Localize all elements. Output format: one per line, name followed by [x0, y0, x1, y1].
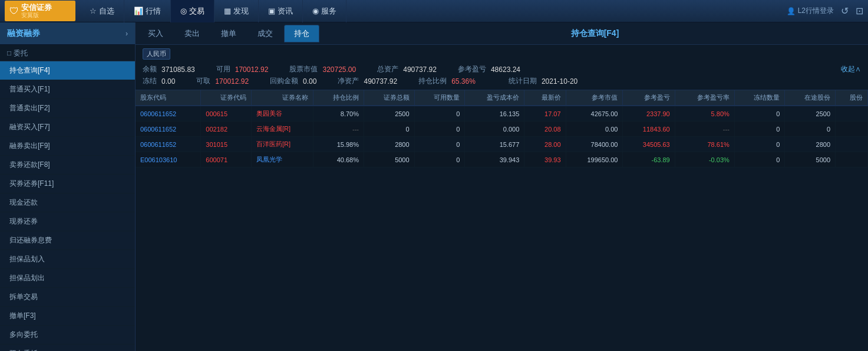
hangqing-icon: 📊	[134, 6, 143, 15]
table-cell: 百洋医药[R]	[251, 137, 313, 152]
table-cell: 15.677	[465, 137, 524, 152]
table-cell: 0	[414, 152, 465, 168]
table-cell: 5000	[785, 152, 836, 168]
tab-buy[interactable]: 买入	[138, 25, 173, 42]
value-yue: 371085.83	[161, 65, 195, 74]
info-section: 人民币 余额 371085.83 可用 170012.92 股票市值 32072…	[136, 45, 868, 90]
top-bar: 买入 卖出 撤单 成交 持仓 持仓查询[F4]	[136, 22, 868, 45]
sidebar-item-xianjyuan[interactable]: 现券还券	[0, 212, 135, 231]
table-cell: 2337.90	[623, 106, 675, 122]
sidebar-collapse-icon[interactable]: ›	[126, 29, 128, 38]
table-cell: 0	[734, 106, 785, 122]
table-cell: 002182	[201, 122, 252, 137]
th-avail-qty: 可用数量	[414, 90, 465, 106]
table-row[interactable]: 0600611652000615奥园美谷8.70%2500016.13517.0…	[136, 106, 868, 122]
table-cell: E006103610	[136, 152, 201, 168]
label-zongzichan: 总资产	[377, 64, 398, 74]
jiaoy-icon: ◎	[180, 6, 187, 15]
logo-area: 🛡 安信证券 安翼版	[5, 1, 75, 22]
sidebar-item-maiquanhuan[interactable]: 卖券还款[F8]	[0, 156, 135, 175]
sidebar-item-shuangxiang[interactable]: 双向委托	[0, 345, 135, 351]
sidebar-item-chichaxun[interactable]: 持仓查询[F4]	[0, 61, 135, 80]
info-row-1: 余额 371085.83 可用 170012.92 股票市值 320725.00…	[143, 64, 861, 74]
back-button[interactable]: ↺	[841, 5, 849, 17]
tab-position[interactable]: 持仓	[284, 25, 319, 42]
section-checkbox-icon: □	[7, 49, 14, 57]
table-cell: 000615	[201, 106, 252, 122]
sidebar-item-danbao2[interactable]: 担保品划出	[0, 269, 135, 288]
sidebar-section-weitu: □ 委托	[0, 45, 135, 61]
table-cell: 301015	[201, 137, 252, 152]
nav-item-faxian[interactable]: ▦ 发现	[214, 0, 259, 22]
nav-item-fuwu[interactable]: ◉ 服务	[303, 0, 346, 22]
table-cell: 0	[414, 106, 465, 122]
table-cell	[836, 106, 868, 122]
panel-title: 持仓查询[F4]	[571, 28, 619, 39]
table-cell: 0	[414, 137, 465, 152]
nav-item-zixun[interactable]: ▣ 资讯	[259, 0, 303, 22]
table-row[interactable]: E006103610600071凤凰光学40.68%5000039.94339.…	[136, 152, 868, 168]
th-sec-code: 证券代码	[201, 90, 252, 106]
sidebar-item-duoxiang[interactable]: 多向委托	[0, 326, 135, 345]
table-cell	[836, 122, 868, 137]
table-container: 股东代码 证券代码 证券名称 持仓比例 证券总额 可用数量 盈亏成本价 最新价 …	[136, 90, 868, 351]
sidebar: 融资融券 › □ 委托 持仓查询[F4] 普通买入[F1] 普通卖出[F2] 融…	[0, 22, 136, 351]
sidebar-item-chexiao[interactable]: 撤单[F3]	[0, 307, 135, 326]
table-cell: 5.80%	[675, 106, 734, 122]
table-cell: 2500	[785, 106, 836, 122]
tab-cancel[interactable]: 撤单	[211, 25, 246, 42]
value-jingzichan: 490737.92	[364, 77, 397, 86]
window-controls[interactable]: ⊡	[856, 5, 863, 17]
main-layout: 融资融券 › □ 委托 持仓查询[F4] 普通买入[F1] 普通卖出[F2] 融…	[0, 22, 868, 351]
sidebar-item-putongmai2[interactable]: 普通卖出[F2]	[0, 99, 135, 118]
table-cell: 2500	[364, 106, 414, 122]
zixun-icon: ▣	[268, 6, 275, 15]
table-cell: 0600611652	[136, 137, 201, 152]
label-jingzichan: 净资产	[338, 76, 359, 86]
table-cell: 11843.60	[623, 122, 675, 137]
table-cell: 5000	[364, 152, 414, 168]
th-latest-price: 最新价	[524, 90, 566, 106]
tab-sell[interactable]: 卖出	[174, 25, 210, 42]
table-cell: 15.98%	[313, 137, 364, 152]
th-total-sec: 证券总额	[364, 90, 414, 106]
user-icon: 👤	[787, 7, 796, 15]
th-stock-code: 股东代码	[136, 90, 201, 106]
sidebar-header: 融资融券 ›	[0, 22, 135, 45]
table-row[interactable]: 0600611652002182云海金属[R]---000.00020.080.…	[136, 122, 868, 137]
table-cell	[836, 137, 868, 152]
top-navigation: 🛡 安信证券 安翼版 ☆ 自选 📊 行情 ◎ 交易 ▦ 发现 ▣ 资讯 ◉ 服务	[0, 0, 868, 22]
sidebar-item-maiquanhuan2[interactable]: 买券还券[F11]	[0, 175, 135, 193]
sidebar-item-chaidan[interactable]: 拆单交易	[0, 288, 135, 307]
table-cell: 2800	[364, 137, 414, 152]
value-kequ: 170012.92	[215, 77, 249, 86]
table-row[interactable]: 0600611652301015百洋医药[R]15.98%2800015.677…	[136, 137, 868, 152]
th-ref-mktval: 参考市值	[566, 90, 623, 106]
sidebar-item-ronzisell[interactable]: 融券卖出[F9]	[0, 137, 135, 156]
label-yue: 余额	[143, 64, 157, 74]
jiaoy-label: 交易	[189, 6, 204, 17]
table-cell: 0	[364, 122, 414, 137]
table-cell: 0600611652	[136, 106, 201, 122]
label-chicang: 持仓比例	[418, 76, 447, 86]
tab-trade[interactable]: 成交	[247, 25, 283, 42]
label-kequ: 可取	[196, 76, 210, 86]
th-frozen-qty: 冻结数量	[734, 90, 785, 106]
sidebar-item-putongmai[interactable]: 普通买入[F1]	[0, 80, 135, 99]
value-huigou: 0.00	[303, 77, 316, 86]
sidebar-item-danbao1[interactable]: 担保品划入	[0, 250, 135, 269]
table-cell: 42675.00	[566, 106, 623, 122]
l2-login-button[interactable]: 👤 L2行情登录	[787, 6, 834, 16]
nav-item-zixuan[interactable]: ☆ 自选	[80, 0, 124, 22]
sidebar-item-ronzibuy[interactable]: 融资买入[F7]	[0, 118, 135, 137]
table-cell: 78.61%	[675, 137, 734, 152]
th-sec-name: 证券名称	[251, 90, 313, 106]
nav-item-hangqing[interactable]: 📊 行情	[124, 0, 171, 22]
th-cost-price: 盈亏成本价	[465, 90, 524, 106]
value-zongzichan: 490737.92	[403, 65, 437, 74]
sidebar-item-guihuan[interactable]: 归还融券息费	[0, 231, 135, 250]
collapse-button[interactable]: 收起∧	[841, 64, 861, 74]
sidebar-item-xianjinhuan[interactable]: 现金还款	[0, 193, 135, 212]
value-dongjie: 0.00	[161, 77, 175, 86]
nav-item-jiaoy[interactable]: ◎ 交易	[171, 0, 214, 22]
